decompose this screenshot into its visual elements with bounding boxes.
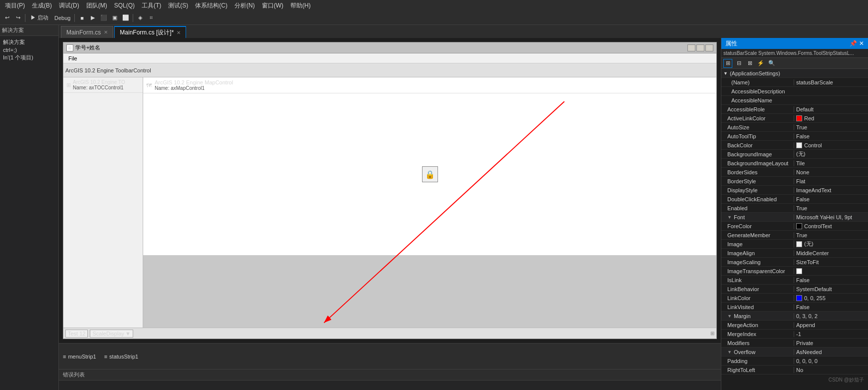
prop-row-backgroundimagelayout[interactable]: BackgroundImageLayout Tile [721, 159, 868, 168]
props-events-btn[interactable]: ⊠ [745, 59, 754, 68]
tab-close-2[interactable]: ✕ [177, 30, 181, 35]
status-scaledisplay[interactable]: ScaleDisplay ▼ [90, 330, 133, 338]
component-menustrip[interactable]: ≡ menuStrip1 [63, 354, 96, 360]
prop-name-label: AccessibleRole [721, 106, 794, 112]
prop-row-borderstyle[interactable]: BorderStyle Flat [721, 177, 868, 186]
form-components: ≡ menuStrip1 ≡ statusStrip1 [59, 343, 721, 369]
menu-item-sql[interactable]: SQL(Q) [111, 1, 138, 10]
map-upper[interactable]: 🔒 [143, 93, 716, 255]
prop-row-padding[interactable]: Padding 0, 0, 0, 0 [721, 357, 868, 366]
prop-name-label: Modifiers [721, 340, 794, 346]
prop-group-appsettings[interactable]: ▼ (ApplicationSettings) [721, 69, 868, 78]
tab-close-1[interactable]: ✕ [104, 29, 108, 35]
props-lightning-btn[interactable]: ⚡ [756, 59, 765, 68]
props-categorized-btn[interactable]: ⊞ [723, 59, 732, 68]
start-button[interactable]: ▶ 启动 [27, 13, 51, 23]
color-swatch-control [796, 142, 802, 148]
props-alpha-btn[interactable]: ⊟ [734, 59, 743, 68]
toolbar-btn-7[interactable]: ⌗ [146, 13, 156, 23]
menu-item-help[interactable]: 帮助(H) [287, 0, 314, 11]
prop-value-linkbehavior: SystemDefault [794, 286, 868, 292]
menu-item-window[interactable]: 窗口(W) [259, 0, 286, 11]
solution-item-2[interactable]: ctrl+;) [2, 46, 56, 53]
color-swatch-red [796, 115, 802, 121]
prop-row-mergeindex[interactable]: MergeIndex -1 [721, 330, 868, 339]
props-header: 属性 📌 ✕ [721, 38, 868, 49]
menu-item-project[interactable]: 项目(P) [2, 0, 28, 11]
toolbar-btn-3[interactable]: ⬛ [99, 13, 109, 23]
undo-button[interactable]: ↩ [2, 13, 12, 23]
prop-row-activelinkcolor[interactable]: ActiveLinkColor Red [721, 114, 868, 123]
prop-row-islink[interactable]: IsLink False [721, 276, 868, 285]
props-close-icon[interactable]: ✕ [859, 40, 864, 47]
toc-item[interactable]: ⊞ ArcGIS 10.2 Engine TO Name: axTOCContr… [63, 77, 143, 93]
prop-value-mergeindex: -1 [794, 331, 868, 337]
prop-row-autotooltip[interactable]: AutoToolTip False [721, 132, 868, 141]
prop-name-label: IsLink [721, 277, 794, 283]
component-statusstrip[interactable]: ≡ statusStrip1 [104, 354, 139, 360]
prop-value-imagetransparent [794, 268, 868, 274]
menu-item-arch[interactable]: 体系结构(C) [192, 0, 230, 11]
left-panel-title: 解决方案 [2, 26, 24, 34]
prop-row-autosize[interactable]: AutoSize True [721, 123, 868, 132]
redo-button[interactable]: ↪ [13, 13, 23, 23]
props-search-btn[interactable]: 🔍 [767, 59, 776, 68]
prop-name-label: LinkBehavior [721, 286, 794, 292]
prop-row-imagealign[interactable]: ImageAlign MiddleCenter [721, 249, 868, 258]
prop-row-modifiers[interactable]: Modifiers Private [721, 339, 868, 348]
menu-item-tools[interactable]: 工具(T) [139, 0, 164, 11]
prop-row-imagescaling[interactable]: ImageScaling SizeToFit [721, 258, 868, 267]
prop-row-bordersides[interactable]: BorderSides None [721, 168, 868, 177]
toolbar-btn-1[interactable]: ■ [77, 13, 87, 23]
prop-row-accessibledesc[interactable]: AccessibleDescription [721, 87, 868, 96]
prop-row-name[interactable]: (Name) statusBarScale [721, 78, 868, 87]
prop-row-margin[interactable]: ▼Margin 0, 3, 0, 2 [721, 312, 868, 321]
prop-name-label: MergeAction [721, 322, 794, 328]
form-titlebar: ⊞ 学号+姓名 _ □ ✕ [63, 42, 716, 53]
prop-row-generatemember[interactable]: GenerateMember True [721, 231, 868, 240]
solution-item-1[interactable]: 解决方案 [2, 38, 56, 46]
solution-item-3[interactable]: In'(1 个项目) [2, 53, 56, 62]
editor-area: ⊞ 学号+姓名 _ □ ✕ File ArcGIS 10 [59, 38, 868, 390]
prop-row-overflow[interactable]: ▼Overflow AsNeeded [721, 348, 868, 357]
menu-item-test[interactable]: 测试(S) [165, 0, 191, 11]
form-maximize-btn[interactable]: □ [696, 44, 704, 51]
prop-row-righttoleft[interactable]: RightToLeft No [721, 366, 868, 375]
toolbar-btn-4[interactable]: ▣ [110, 13, 120, 23]
prop-row-accessiblename[interactable]: AccessibleName [721, 96, 868, 105]
prop-row-image[interactable]: Image (无) [721, 240, 868, 249]
form-menu-file[interactable]: File [65, 55, 80, 61]
prop-name-label: ImageAlign [721, 250, 794, 256]
prop-value-displaystyle: ImageAndText [794, 187, 868, 193]
prop-value-imagealign: MiddleCenter [794, 250, 868, 256]
tab-mainform-designer[interactable]: MainForm.cs [设计]* ✕ [114, 26, 186, 38]
toolbar-btn-5[interactable]: ⬜ [121, 13, 131, 23]
form-minimize-btn[interactable]: _ [687, 44, 695, 51]
debug-config-button[interactable]: Debug [52, 13, 72, 23]
prop-row-linkvisited[interactable]: LinkVisited False [721, 303, 868, 312]
toolbar-separator-2 [74, 14, 75, 22]
prop-row-mergeaction[interactable]: MergeAction Append [721, 321, 868, 330]
prop-row-enabled[interactable]: Enabled True [721, 204, 868, 213]
prop-name-label: DisplayStyle [721, 187, 794, 193]
menu-item-team[interactable]: 团队(M) [83, 0, 110, 11]
menu-item-debug[interactable]: 调试(D) [56, 0, 82, 11]
prop-row-linkbehavior[interactable]: LinkBehavior SystemDefault [721, 285, 868, 294]
prop-row-backgroundimage[interactable]: BackgroundImage (无) [721, 150, 868, 159]
prop-row-backcolor[interactable]: BackColor Control [721, 141, 868, 150]
prop-row-font[interactable]: ▼Font Microsoft YaHei UI, 9pt [721, 213, 868, 222]
prop-row-forecolor[interactable]: ForeColor ControlText [721, 222, 868, 231]
menu-item-build[interactable]: 生成(B) [29, 0, 55, 11]
form-close-btn[interactable]: ✕ [705, 44, 713, 51]
prop-name-label: BorderSides [721, 169, 794, 175]
toolbar-btn-6[interactable]: ◈ [135, 13, 145, 23]
menu-item-analyze[interactable]: 分析(N) [231, 0, 258, 11]
prop-row-displaystyle[interactable]: DisplayStyle ImageAndText [721, 186, 868, 195]
prop-row-imagetransparent[interactable]: ImageTransparentColor [721, 267, 868, 276]
prop-row-linkcolor[interactable]: LinkColor 0, 0, 255 [721, 294, 868, 303]
props-pin-icon[interactable]: 📌 [850, 40, 857, 47]
prop-row-doubleclickenabled[interactable]: DoubleClickEnabled False [721, 195, 868, 204]
toolbar-btn-2[interactable]: ▶ [88, 13, 98, 23]
tab-mainform-cs[interactable]: MainForm.cs ✕ [61, 26, 113, 38]
prop-row-accessiblerole[interactable]: AccessibleRole Default [721, 105, 868, 114]
